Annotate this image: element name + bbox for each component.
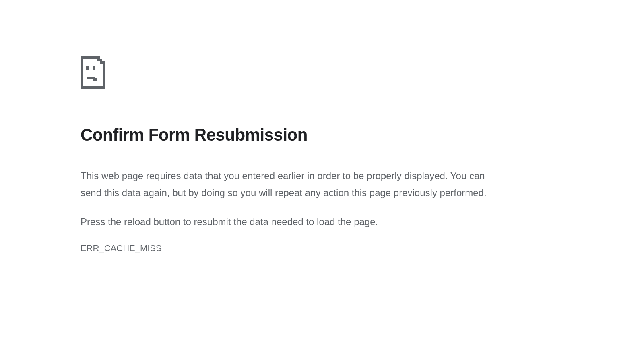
page-title: Confirm Form Resubmission <box>80 125 503 145</box>
svg-rect-3 <box>97 56 100 59</box>
explanation-text-2: Press the reload button to resubmit the … <box>80 213 487 230</box>
explanation-text-1: This web page requires data that you ent… <box>80 168 487 201</box>
svg-rect-6 <box>100 61 102 64</box>
svg-rect-4 <box>97 59 100 61</box>
svg-rect-7 <box>102 61 105 64</box>
svg-rect-11 <box>93 66 95 70</box>
svg-rect-9 <box>97 61 100 64</box>
svg-rect-10 <box>86 66 89 70</box>
sad-page-icon <box>80 56 503 89</box>
svg-rect-8 <box>103 64 105 89</box>
svg-rect-13 <box>93 78 97 81</box>
error-page-container: Confirm Form Resubmission This web page … <box>0 0 503 254</box>
svg-rect-5 <box>100 59 102 61</box>
error-code: ERR_CACHE_MISS <box>80 243 503 254</box>
